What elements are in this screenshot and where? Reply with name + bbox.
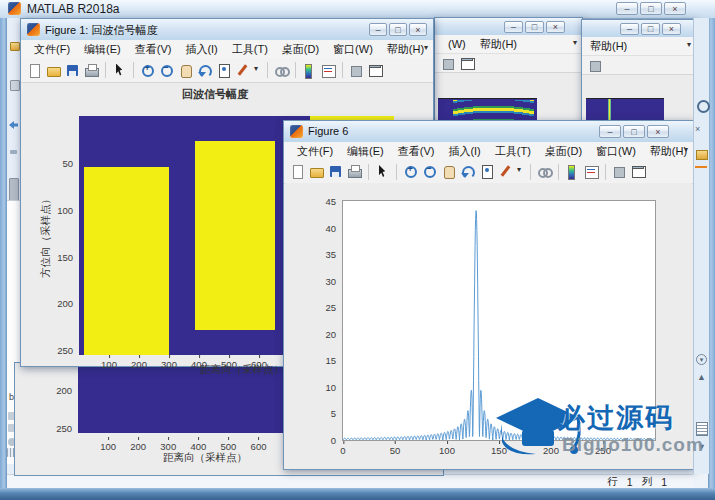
scroll-options-icon[interactable]: ▾ xyxy=(696,354,707,365)
tick-label: 100 xyxy=(101,359,117,370)
cursor-arrow-icon[interactable] xyxy=(375,164,390,179)
zoom-out-icon[interactable] xyxy=(422,164,437,179)
pan-hand-icon[interactable] xyxy=(178,63,193,78)
brush-icon[interactable] xyxy=(235,63,250,78)
rotate-3d-icon[interactable] xyxy=(197,63,212,78)
menu-item-edit[interactable]: 编辑(E) xyxy=(79,41,126,58)
print-icon[interactable] xyxy=(347,164,362,179)
insert-colorbar-icon[interactable] xyxy=(302,63,317,78)
tick-label: 150 xyxy=(57,251,73,262)
hide-plot-tools-icon[interactable] xyxy=(588,58,603,73)
close-button[interactable]: × xyxy=(647,125,669,138)
maximize-button[interactable]: □ xyxy=(623,125,645,138)
minimize-button[interactable]: – xyxy=(369,23,387,36)
hide-plot-tools-icon[interactable] xyxy=(349,63,364,78)
tick-label: 25 xyxy=(325,302,336,313)
maximize-button[interactable]: □ xyxy=(525,21,544,33)
print-icon[interactable] xyxy=(84,63,99,78)
titlebar[interactable]: – □ × xyxy=(435,18,582,36)
menu-item-desktop[interactable]: 桌面(D) xyxy=(277,41,324,58)
menubar-fragment[interactable]: (W) 帮助(H) ▾ xyxy=(435,35,582,54)
menu-overflow-icon[interactable]: ▾ xyxy=(424,43,428,52)
close-button[interactable]: × xyxy=(546,21,565,33)
matlab-main-titlebar[interactable]: MATLAB R2018a – □ × xyxy=(0,0,715,19)
cursor-arrow-icon[interactable] xyxy=(112,63,127,78)
brush-dropdown-icon[interactable] xyxy=(517,164,524,179)
link-plots-icon[interactable] xyxy=(274,63,289,78)
menu-item-tools[interactable]: 工具(T) xyxy=(490,143,536,160)
search-icon[interactable] xyxy=(697,100,710,113)
link-plots-icon[interactable] xyxy=(537,164,552,179)
menu-item-help[interactable]: 帮助(H) xyxy=(475,36,522,53)
insert-legend-icon[interactable] xyxy=(321,63,336,78)
scrollbar-thumb[interactable] xyxy=(9,178,19,202)
window-controls: – □ × xyxy=(620,23,681,35)
titlebar[interactable]: Figure 6 – □ × xyxy=(284,121,693,143)
menu-item-view[interactable]: 查看(V) xyxy=(393,143,440,160)
maximize-button[interactable]: □ xyxy=(641,23,660,35)
hide-plot-tools-icon[interactable] xyxy=(612,164,627,179)
minimize-button[interactable]: – xyxy=(599,125,621,138)
close-button[interactable]: × xyxy=(662,23,681,35)
menu-item-window-truncated[interactable]: (W) xyxy=(443,37,471,51)
menu-overflow-icon[interactable]: ▾ xyxy=(684,145,688,154)
close-button[interactable]: × xyxy=(664,2,686,15)
close-button[interactable]: × xyxy=(409,23,427,36)
new-file-icon[interactable] xyxy=(27,63,42,78)
window-controls: – □ × xyxy=(504,21,565,33)
folder-icon[interactable] xyxy=(10,42,20,51)
col-value: 1 xyxy=(661,476,667,488)
show-plot-tools-icon[interactable] xyxy=(368,63,383,78)
brush-dropdown-icon[interactable] xyxy=(254,63,261,78)
insert-colorbar-icon[interactable] xyxy=(565,164,580,179)
menubar-fragment[interactable]: 帮助(H) ▾ xyxy=(582,37,696,56)
menu-overflow-icon[interactable]: ▾ xyxy=(573,38,577,47)
active-shortcut-underline xyxy=(695,166,707,168)
minimize-button[interactable]: – xyxy=(620,23,639,35)
menu-item-help[interactable]: 帮助(H) xyxy=(382,41,429,58)
menu-item-file[interactable]: 文件(F) xyxy=(29,41,75,58)
open-file-icon[interactable] xyxy=(46,63,61,78)
maximize-button[interactable]: □ xyxy=(389,23,407,36)
maximize-button[interactable]: □ xyxy=(640,2,662,15)
zoom-in-icon[interactable] xyxy=(140,63,155,78)
menu-item-desktop[interactable]: 桌面(D) xyxy=(540,143,587,160)
menu-item-edit[interactable]: 编辑(E) xyxy=(342,143,389,160)
zoom-in-icon[interactable] xyxy=(403,164,418,179)
insert-legend-icon[interactable] xyxy=(584,164,599,179)
menu-item-view[interactable]: 查看(V) xyxy=(130,41,177,58)
data-cursor-icon[interactable] xyxy=(216,63,231,78)
menu-item-tools[interactable]: 工具(T) xyxy=(227,41,273,58)
show-plot-tools-icon[interactable] xyxy=(631,164,646,179)
menu-item-window[interactable]: 窗口(W) xyxy=(591,143,641,160)
zoom-out-icon[interactable] xyxy=(159,63,174,78)
window-controls: – □ × xyxy=(369,23,427,36)
rotate-3d-icon[interactable] xyxy=(460,164,475,179)
folder-icon[interactable] xyxy=(696,150,708,160)
titlebar[interactable]: Figure 1: 回波信号幅度 – □ × xyxy=(21,19,433,41)
minimize-button[interactable]: – xyxy=(504,21,523,33)
open-file-icon[interactable] xyxy=(309,164,324,179)
save-icon[interactable] xyxy=(328,164,343,179)
document-icon[interactable] xyxy=(10,80,20,91)
hide-plot-tools-icon[interactable] xyxy=(441,56,456,71)
save-icon[interactable] xyxy=(65,63,80,78)
back-arrow-icon[interactable] xyxy=(9,121,18,129)
menu-item-help[interactable]: 帮助(H) xyxy=(590,38,632,55)
new-file-icon[interactable] xyxy=(290,164,305,179)
show-plot-tools-icon[interactable] xyxy=(460,56,475,71)
watermark-domain: Biguo100.com xyxy=(562,434,704,456)
minimize-button[interactable]: – xyxy=(616,2,638,15)
menu-item-insert[interactable]: 插入(I) xyxy=(180,41,222,58)
menu-item-insert[interactable]: 插入(I) xyxy=(443,143,485,160)
menu-item-file[interactable]: 文件(F) xyxy=(292,143,338,160)
menu-item-window[interactable]: 窗口(W) xyxy=(328,41,378,58)
close-doc-icon[interactable]: × xyxy=(695,124,700,134)
pan-hand-icon[interactable] xyxy=(441,164,456,179)
menu-overflow-icon[interactable]: ▾ xyxy=(687,40,691,49)
data-cursor-icon[interactable] xyxy=(479,164,494,179)
toolbar-separator xyxy=(605,164,606,180)
titlebar[interactable]: – □ × xyxy=(582,20,696,38)
scroll-up-icon[interactable]: ▲ xyxy=(697,372,706,382)
brush-icon[interactable] xyxy=(498,164,513,179)
